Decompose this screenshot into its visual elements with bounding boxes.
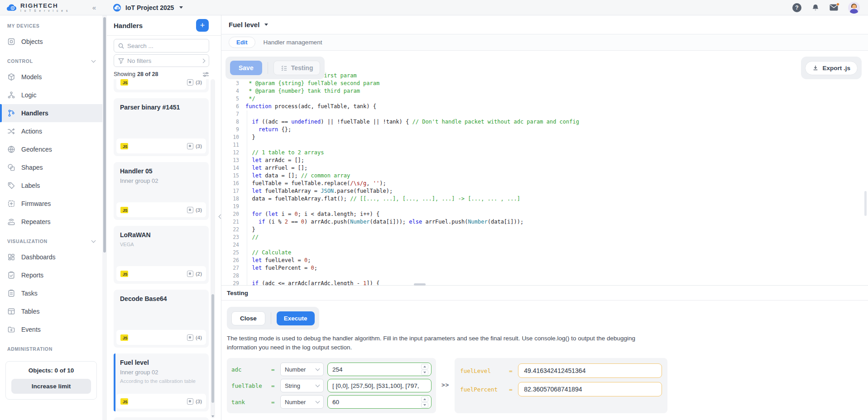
param-value-input-tank[interactable]: 60 — [327, 395, 432, 409]
sidebar-item-shapes[interactable]: Shapes — [0, 158, 102, 177]
objects-count-icon — [187, 143, 193, 149]
messages-mail-icon[interactable] — [830, 4, 838, 11]
save-button[interactable]: Save — [230, 61, 262, 75]
scrollbar-down-arrow-icon[interactable] — [211, 415, 214, 417]
handler-title-dropdown[interactable]: Fuel level — [229, 21, 268, 29]
handlers-panel: Handlers + No filters Showing 28 of 28 J… — [107, 15, 221, 420]
objects-limit-label: Objects: 0 of 10 — [11, 367, 91, 374]
actions-icon — [7, 127, 15, 135]
panel-collapse-chevron[interactable] — [219, 212, 222, 220]
search-input[interactable] — [127, 43, 191, 49]
sidebar-item-geofences[interactable]: Geofences — [0, 140, 102, 158]
handler-card[interactable]: JS(3) — [114, 79, 209, 92]
handler-card-handler-05[interactable]: Handler 05Inner group 02JS(3) — [114, 162, 209, 220]
help-icon[interactable]: ? — [792, 3, 801, 12]
sidebar-item-labels[interactable]: Labels — [0, 177, 102, 195]
export-button-label: Export .js — [822, 65, 850, 72]
sidebar-scrollbar[interactable] — [102, 15, 107, 420]
param-type-select-fueltable[interactable]: String — [280, 379, 324, 392]
code-editor[interactable]: 1234567891011121314151617181920212223242… — [221, 51, 868, 285]
filter-label: No filters — [127, 57, 151, 64]
project-selector[interactable]: IoT Project 2025 — [102, 4, 183, 12]
handlers-list-scrollbar-thumb[interactable] — [211, 294, 214, 403]
add-handler-button[interactable]: + — [196, 19, 209, 32]
objects-count-icon — [187, 271, 193, 277]
stepper-down-icon[interactable] — [421, 370, 428, 375]
labels-icon — [7, 181, 15, 190]
param-value-input-fueltable[interactable]: [ [0,0], [257,50], [531,100], [797, — [327, 379, 432, 392]
objects-count-icon — [187, 79, 193, 86]
stepper-up-icon[interactable] — [421, 364, 428, 369]
handler-card-парсинг-данных-socket[interactable]: Парсинг данных socket — [114, 417, 209, 420]
sidebar-item-tables[interactable]: Tables — [0, 302, 102, 320]
increase-limit-button[interactable]: Increase limit — [11, 379, 91, 394]
handler-card-decode-base64[interactable]: Decode Base64JS(4) — [114, 290, 209, 348]
line-number: 6 — [221, 103, 239, 110]
js-badge-icon: JS — [120, 207, 128, 213]
objects-limit-box: Objects: 0 of 10 Increase limit — [5, 361, 97, 400]
param-name: adc — [231, 366, 268, 373]
handler-card-parser-binary-1451[interactable]: Parser binary #1451JS(3) — [114, 98, 209, 156]
handler-card-title: LoRaWAN — [120, 231, 202, 239]
sidebar-item-models[interactable]: Models — [0, 68, 102, 86]
sidebar-item-repeaters[interactable]: Repeaters — [0, 213, 102, 231]
sidebar-item-label: Firmwares — [21, 200, 51, 207]
execute-button[interactable]: Execute — [277, 311, 315, 325]
geofences-icon — [7, 145, 15, 153]
close-button[interactable]: Close — [231, 311, 265, 325]
handlers-list-scrollbar[interactable] — [211, 79, 215, 418]
code-content[interactable]: * @param {number} adc first param * @par… — [245, 64, 863, 285]
param-type-select-adc[interactable]: Number — [280, 363, 324, 376]
tasks-icon — [7, 289, 15, 297]
param-value-input-adc[interactable]: 254 — [327, 363, 432, 376]
sidebar-item-events[interactable]: Events — [0, 320, 102, 339]
search-field[interactable] — [114, 39, 209, 52]
line-number: 3 — [221, 80, 239, 87]
handler-card-fuel-level[interactable]: Fuel levelInner group 02According to the… — [114, 353, 209, 411]
section-header-my-devices: MY DEVICES — [0, 19, 102, 33]
code-line — [245, 203, 863, 210]
stepper-down-icon[interactable] — [421, 402, 428, 408]
sidebar-item-reports[interactable]: Reports — [0, 266, 102, 284]
line-number: 8 — [221, 118, 239, 126]
line-number: 28 — [221, 272, 239, 280]
line-number: 14 — [221, 164, 239, 172]
tab-handler-management[interactable]: Handler management — [264, 39, 322, 46]
sidebar-item-logic[interactable]: Logic — [0, 86, 102, 104]
objects-count-icon — [187, 207, 193, 213]
panel-resize-handle[interactable] — [414, 283, 426, 286]
sidebar-item-firmwares[interactable]: Firmwares — [0, 195, 102, 213]
section-header-control[interactable]: CONTROL — [0, 54, 102, 68]
sidebar-item-dashboards[interactable]: Dashboards — [0, 248, 102, 266]
equals-sign: = — [271, 366, 277, 373]
editor-scrollbar-thumb[interactable] — [864, 191, 867, 216]
filters-control[interactable]: No filters — [114, 54, 209, 67]
code-line — [245, 241, 863, 249]
sidebar-item-actions[interactable]: Actions — [0, 122, 102, 140]
sidebar-item-tasks[interactable]: Tasks — [0, 284, 102, 302]
testing-toggle-button[interactable]: Testing — [273, 61, 321, 75]
result-arrow: >> — [441, 382, 449, 388]
notifications-bell-icon[interactable] — [811, 4, 820, 12]
stepper-up-icon[interactable] — [421, 396, 428, 402]
line-number: 4 — [221, 87, 239, 95]
code-line: let fuelTableArray = JSON.parse(fuelTabl… — [245, 187, 863, 195]
user-avatar[interactable] — [848, 2, 860, 14]
tab-edit[interactable]: Edit — [229, 37, 255, 48]
sidebar-item-label: Labels — [21, 182, 40, 189]
handler-card-lorawan[interactable]: LoRaWANVEGAJS(2) — [114, 226, 209, 284]
export-js-button[interactable]: Export .js — [805, 61, 858, 75]
sidebar-collapse-icon[interactable]: « — [86, 4, 102, 11]
code-line — [245, 272, 863, 280]
objects-count-icon — [187, 334, 193, 341]
sidebar-item-label: Models — [21, 73, 42, 81]
param-type-select-tank[interactable]: Number — [280, 395, 324, 409]
code-line: } — [245, 134, 863, 141]
sidebar-scrollbar-thumb[interactable] — [103, 17, 106, 253]
line-number: 25 — [221, 249, 239, 257]
sidebar-item-objects[interactable]: Objects — [0, 33, 102, 51]
chevron-down-icon — [316, 399, 320, 404]
list-settings-icon[interactable] — [202, 72, 209, 77]
sidebar-item-handlers[interactable]: Handlers — [0, 104, 102, 122]
section-header-visualization[interactable]: VISUALIZATION — [0, 234, 102, 248]
